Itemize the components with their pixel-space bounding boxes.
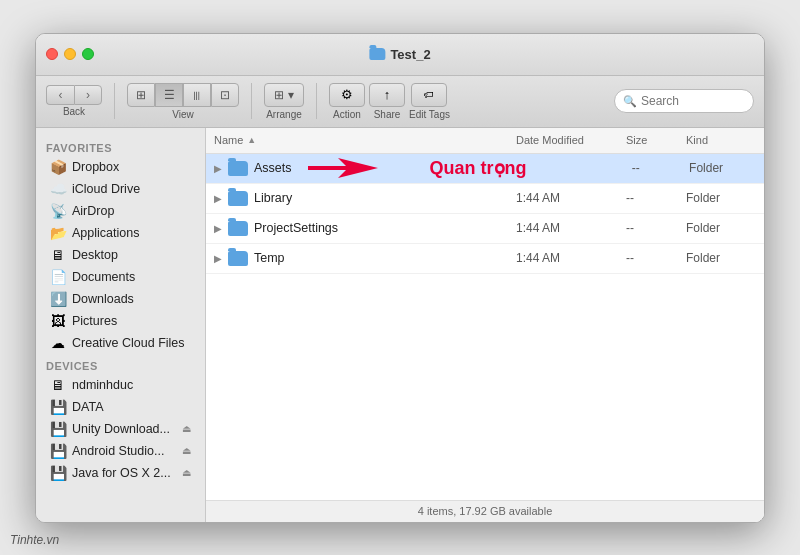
search-input[interactable] [641, 94, 745, 108]
separator-1 [114, 83, 115, 119]
svg-marker-0 [308, 158, 378, 178]
sidebar-item-label: DATA [72, 400, 103, 414]
sidebar-item-java[interactable]: 💾 Java for OS X 2... ⏏ [40, 462, 201, 484]
back-button[interactable]: ‹ [46, 85, 74, 105]
col-size-header[interactable]: Size [626, 134, 686, 146]
nav-group: ‹ › Back [46, 85, 102, 117]
sidebar-item-label: Android Studio... [72, 444, 164, 458]
sidebar-item-downloads[interactable]: ⬇️ Downloads [40, 288, 201, 310]
file-date: 1:44 AM [516, 251, 626, 265]
table-row[interactable]: ▶ Assets Quan trọng -- Folder [206, 154, 764, 184]
applications-icon: 📂 [50, 225, 66, 241]
sidebar-item-label: Pictures [72, 314, 117, 328]
file-rows: ▶ Assets Quan trọng -- Folder [206, 154, 764, 500]
sidebar-item-airdrop[interactable]: 📡 AirDrop [40, 200, 201, 222]
share-button[interactable]: ↑ Share [369, 83, 405, 120]
sidebar-item-pictures[interactable]: 🖼 Pictures [40, 310, 201, 332]
file-pane: Name ▲ Date Modified Size Kind ▶ Assets [206, 128, 764, 522]
expand-arrow[interactable]: ▶ [214, 193, 228, 204]
sidebar-item-applications[interactable]: 📂 Applications [40, 222, 201, 244]
creative-cloud-icon: ☁ [50, 335, 66, 351]
sidebar-item-label: Desktop [72, 248, 118, 262]
watermark: Tinhte.vn [10, 533, 59, 547]
file-size: -- [626, 191, 686, 205]
col-name-header[interactable]: Name ▲ [214, 134, 516, 146]
expand-arrow[interactable]: ▶ [214, 223, 228, 234]
eject-icon[interactable]: ⏏ [182, 423, 191, 434]
view-cover-button[interactable]: ⊡ [211, 83, 239, 107]
sidebar-item-label: Java for OS X 2... [72, 466, 171, 480]
view-label: View [172, 109, 194, 120]
sidebar-item-label: Documents [72, 270, 135, 284]
folder-icon [228, 251, 248, 266]
file-header: Name ▲ Date Modified Size Kind [206, 128, 764, 154]
title-bar: Test_2 [36, 34, 764, 76]
drive-icon: 💾 [50, 399, 66, 415]
table-row[interactable]: ▶ Library 1:44 AM -- Folder [206, 184, 764, 214]
file-kind: Folder [686, 191, 756, 205]
file-name: Temp [254, 251, 285, 265]
table-row[interactable]: ▶ ProjectSettings 1:44 AM -- Folder [206, 214, 764, 244]
file-kind: Folder [686, 221, 756, 235]
eject-icon[interactable]: ⏏ [182, 445, 191, 456]
dropbox-icon: 📦 [50, 159, 66, 175]
file-size: -- [626, 251, 686, 265]
view-icon-button[interactable]: ⊞ [127, 83, 155, 107]
fullscreen-button[interactable] [82, 48, 94, 60]
eject-icon[interactable]: ⏏ [182, 467, 191, 478]
sidebar-item-documents[interactable]: 📄 Documents [40, 266, 201, 288]
downloads-icon: ⬇️ [50, 291, 66, 307]
col-kind-header[interactable]: Kind [686, 134, 756, 146]
arrange-button[interactable]: ⊞ ▾ [264, 83, 304, 107]
forward-button[interactable]: › [74, 85, 102, 105]
col-date-header[interactable]: Date Modified [516, 134, 626, 146]
file-name: Assets [254, 161, 292, 175]
annotation-text: Quan trọng [430, 157, 527, 179]
finder-window: Test_2 ‹ › Back ⊞ ☰ ⫼ ⊡ View ⊞ ▾ Arrange [35, 33, 765, 523]
table-row[interactable]: ▶ Temp 1:44 AM -- Folder [206, 244, 764, 274]
sidebar-item-data[interactable]: 💾 DATA [40, 396, 201, 418]
sidebar: Favorites 📦 Dropbox ☁️ iCloud Drive 📡 Ai… [36, 128, 206, 522]
minimize-button[interactable] [64, 48, 76, 60]
devices-label: Devices [36, 354, 205, 374]
tags-button[interactable]: 🏷 Edit Tags [409, 83, 450, 120]
sidebar-item-dropbox[interactable]: 📦 Dropbox [40, 156, 201, 178]
sidebar-item-android[interactable]: 💾 Android Studio... ⏏ [40, 440, 201, 462]
arrange-group: ⊞ ▾ Arrange [264, 83, 304, 120]
sidebar-item-creative-cloud[interactable]: ☁ Creative Cloud Files [40, 332, 201, 354]
sidebar-item-unity[interactable]: 💾 Unity Download... ⏏ [40, 418, 201, 440]
sidebar-item-label: Applications [72, 226, 139, 240]
pictures-icon: 🖼 [50, 313, 66, 329]
sidebar-item-label: Creative Cloud Files [72, 336, 185, 350]
expand-arrow[interactable]: ▶ [214, 163, 228, 174]
file-name: ProjectSettings [254, 221, 338, 235]
drive-icon: 💾 [50, 465, 66, 481]
sidebar-item-label: ndminhduc [72, 378, 133, 392]
sidebar-item-ndminhduc[interactable]: 🖥 ndminhduc [40, 374, 201, 396]
traffic-lights [46, 48, 94, 60]
search-icon: 🔍 [623, 95, 637, 108]
separator-3 [316, 83, 317, 119]
view-columns-button[interactable]: ⫼ [183, 83, 211, 107]
file-kind: Folder [689, 161, 756, 175]
annotation-arrow: Quan trọng [308, 154, 527, 182]
folder-icon [369, 48, 385, 60]
documents-icon: 📄 [50, 269, 66, 285]
drive-icon: 💾 [50, 443, 66, 459]
arrow-svg [308, 154, 418, 182]
window-title: Test_2 [390, 47, 430, 62]
action-share-row: ⚙ Action ↑ Share 🏷 Edit Tags [329, 83, 450, 120]
expand-arrow[interactable]: ▶ [214, 253, 228, 264]
close-button[interactable] [46, 48, 58, 60]
view-list-button[interactable]: ☰ [155, 83, 183, 107]
file-date: 1:44 AM [516, 191, 626, 205]
search-box[interactable]: 🔍 [614, 89, 754, 113]
separator-2 [251, 83, 252, 119]
file-kind: Folder [686, 251, 756, 265]
action-button[interactable]: ⚙ Action [329, 83, 365, 120]
sidebar-item-icloud[interactable]: ☁️ iCloud Drive [40, 178, 201, 200]
sidebar-item-desktop[interactable]: 🖥 Desktop [40, 244, 201, 266]
drive-icon: 💾 [50, 421, 66, 437]
file-date: 1:44 AM [516, 221, 626, 235]
toolbar: ‹ › Back ⊞ ☰ ⫼ ⊡ View ⊞ ▾ Arrange ⚙ Acti… [36, 76, 764, 128]
